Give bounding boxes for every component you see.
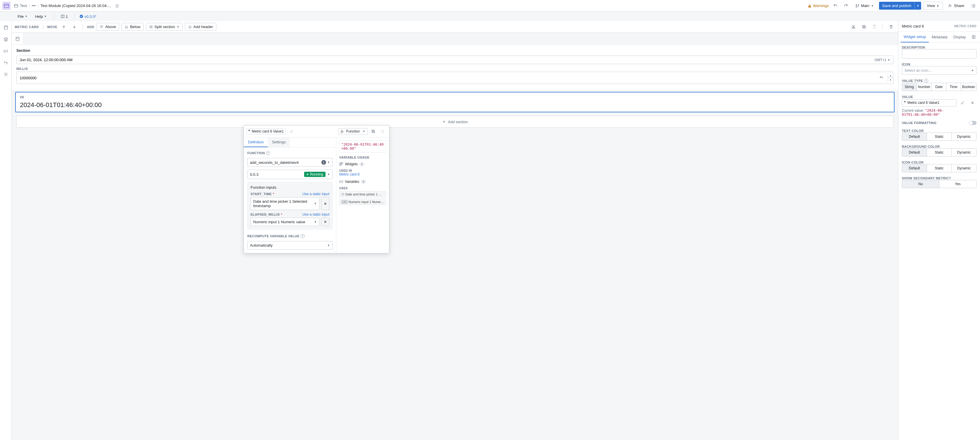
rail-variable-icon[interactable]: (x)	[2, 47, 10, 55]
recompute-select[interactable]: Automatically▼	[247, 241, 332, 249]
move-down-icon[interactable]	[70, 23, 78, 31]
text-color-segment[interactable]: Default Static Dynamic	[902, 132, 977, 141]
vt-date[interactable]: Date	[932, 83, 947, 91]
vt-string[interactable]: String	[902, 83, 917, 91]
branch-button[interactable]: Main▼	[853, 2, 877, 10]
paste-icon	[870, 23, 878, 31]
rail-page-icon[interactable]	[2, 24, 10, 32]
reset-icon[interactable]	[877, 74, 885, 82]
move-up-icon[interactable]	[60, 23, 68, 31]
breadcrumb-project[interactable]: Test	[20, 3, 27, 8]
breadcrumb-ellipsis[interactable]: •••	[32, 3, 36, 8]
value-binding-chip[interactable]: ❞Metric card 6 Value1	[902, 99, 956, 106]
share-button[interactable]: Share	[945, 2, 967, 10]
edit-value-icon[interactable]	[958, 98, 967, 107]
icon-color-segment[interactable]: Default Static Dynamic	[902, 164, 977, 172]
tab-settings[interactable]: Settings	[268, 138, 290, 147]
bg-color-segment[interactable]: Default Static Dynamic	[902, 148, 977, 157]
rail-io-icon[interactable]	[2, 59, 10, 67]
function-select[interactable]: add_seconds_to_datetimev4 i▼	[247, 158, 332, 167]
view-button[interactable]: View	[924, 2, 943, 10]
docs-icon[interactable]	[969, 33, 978, 41]
svg-rect-28	[189, 26, 191, 27]
popover-var-chip: ❞ Metric card 6 Value1	[246, 129, 286, 135]
millis-input[interactable]	[20, 76, 877, 80]
svg-rect-33	[862, 25, 865, 28]
datetime-input[interactable]	[20, 58, 875, 62]
widgets-usage-row[interactable]: Widgets 1	[339, 162, 386, 166]
cut-icon[interactable]	[849, 23, 858, 31]
clear-elapsed[interactable]: ✕	[321, 218, 329, 226]
clear-start-time[interactable]: ✕	[321, 197, 329, 210]
toolbar-move-label: MOVE	[48, 25, 57, 29]
breadcrumb-module[interactable]: Test Module (Copied 2024-04-26 16:04:…	[40, 3, 111, 8]
svg-point-7	[858, 5, 859, 5]
svg-rect-41	[342, 163, 343, 164]
block-tab-page[interactable]	[12, 33, 24, 44]
datetime-picker[interactable]: GMT+1▼	[16, 56, 893, 64]
variables-usage-row[interactable]: (x) Variables 2	[339, 179, 386, 184]
warnings-button[interactable]: Warnings	[808, 3, 829, 8]
redo-icon[interactable]	[842, 2, 850, 10]
static-input-link-1[interactable]: Use a static input	[302, 192, 329, 196]
rail-layers-icon[interactable]	[2, 35, 10, 43]
star-icon[interactable]	[113, 2, 121, 10]
timezone-select[interactable]: GMT+1▼	[875, 58, 890, 62]
uses-chip-2[interactable]: 123Numeric input 1 Nume…	[339, 199, 386, 205]
svg-rect-25	[125, 27, 127, 28]
copy-icon[interactable]	[860, 23, 868, 31]
description-input[interactable]	[902, 49, 977, 59]
tab-definition[interactable]: Definition	[244, 138, 268, 147]
rp-tab-widget[interactable]: Widget setup	[900, 32, 929, 43]
breadcrumb: Test › ••• › Test Module (Copied 2024-04…	[14, 2, 121, 10]
save-publish-button[interactable]: Save and publish	[879, 2, 915, 10]
used-in-link[interactable]: Metric card 6	[339, 172, 360, 176]
help-menu[interactable]: Help▼	[33, 13, 49, 20]
elapsed-binding[interactable]: Numeric input 1 Numeric value▼	[251, 218, 319, 226]
metric-card-selected[interactable]: V0 2024-06-01T01:46:40+00:00	[15, 92, 894, 112]
uses-chip-1[interactable]: Date and time picker 1 …	[339, 191, 386, 197]
clear-value-icon[interactable]: ✕	[968, 98, 977, 107]
svg-rect-27	[151, 26, 152, 28]
delete-icon[interactable]	[887, 23, 895, 31]
app-icon[interactable]	[2, 2, 11, 10]
save-publish-menu[interactable]: ▼	[915, 2, 921, 10]
file-menu[interactable]: File▼	[15, 13, 30, 20]
version-indicator[interactable]: v0.3.0*	[80, 14, 96, 19]
svg-rect-29	[189, 27, 191, 28]
svg-rect-19	[4, 26, 7, 29]
secondary-metric-segment[interactable]: No Yes	[902, 180, 977, 188]
rail-settings-icon[interactable]	[2, 70, 10, 78]
vt-time[interactable]: Time	[947, 83, 961, 91]
rp-tab-metadata[interactable]: Metadata	[929, 32, 950, 42]
value-formatting-toggle[interactable]	[969, 121, 977, 125]
function-label: FUNCTION?	[247, 151, 332, 155]
millis-input-row[interactable]: ▲▼	[16, 71, 893, 84]
list-icon[interactable]	[969, 2, 978, 10]
add-above-button[interactable]: Above	[97, 23, 119, 31]
add-section-button[interactable]: Add section	[16, 116, 893, 127]
undo-icon[interactable]	[831, 2, 840, 10]
svg-rect-38	[372, 131, 375, 133]
start-time-binding[interactable]: Date and time picker 1 Selected timestam…	[251, 197, 319, 210]
numeric-stepper[interactable]: ▲▼	[888, 74, 893, 82]
edit-name-icon[interactable]	[288, 127, 296, 135]
svg-rect-36	[16, 37, 19, 41]
running-badge: Running	[304, 172, 326, 177]
function-type-select[interactable]: fxFunction▼	[338, 128, 368, 135]
v0-label: V0	[20, 95, 890, 99]
add-below-button[interactable]: Below	[121, 23, 143, 31]
popover-copy-icon[interactable]	[369, 127, 377, 135]
split-section-button[interactable]: Split section▼	[146, 23, 183, 31]
add-header-button[interactable]: Add header	[185, 23, 216, 31]
rp-tab-display[interactable]: Display	[950, 32, 969, 42]
value-type-segment[interactable]: String Number Date Time Boolean	[902, 83, 977, 91]
icon-select[interactable]: Select an icon…▼	[902, 66, 977, 75]
section-title: Section	[16, 48, 893, 52]
function-version-select[interactable]: 0.0.3 Running ▼	[247, 170, 332, 179]
svg-point-14	[972, 6, 972, 6]
vt-number[interactable]: Number	[917, 83, 932, 91]
vt-bool[interactable]: Boolean	[961, 83, 976, 91]
panes-button[interactable]: 1	[59, 14, 70, 19]
static-input-link-2[interactable]: Use a static input	[302, 212, 329, 216]
